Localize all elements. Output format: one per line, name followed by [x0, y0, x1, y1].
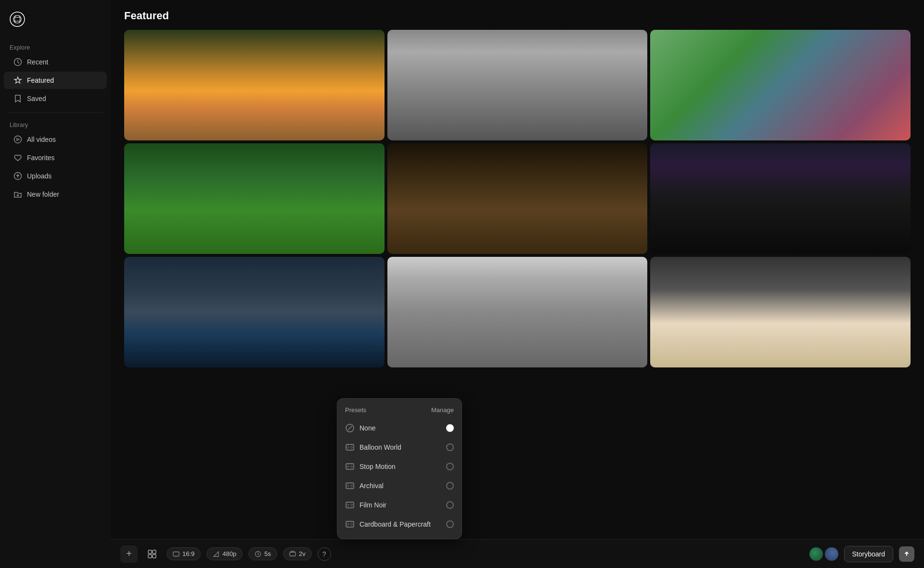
help-button[interactable]: ? [318, 547, 331, 561]
sidebar-divider [8, 113, 103, 113]
bottom-toolbar: Presets Manage None Balloon World [111, 539, 924, 568]
sidebar-item-featured[interactable]: Featured [4, 72, 107, 89]
preset-balloon-world[interactable]: Balloon World [337, 438, 462, 457]
play-circle-icon [13, 135, 22, 144]
storyboard-button[interactable]: Storyboard [844, 546, 893, 562]
preset-stop-motion[interactable]: Stop Motion [337, 457, 462, 476]
svg-rect-18 [291, 551, 295, 552]
library-section-label: Library [0, 118, 111, 130]
new-folder-icon [13, 190, 22, 199]
add-button[interactable]: + [120, 545, 138, 563]
grid-item-elephant[interactable] [387, 257, 648, 367]
video-grid [111, 30, 924, 539]
avatar-group [809, 547, 838, 561]
versions-icon [289, 551, 296, 557]
dropdown-header: Presets Manage [337, 404, 462, 418]
film-noir-radio [446, 501, 454, 509]
bookmark-icon [13, 94, 22, 103]
preset-icon-3 [345, 481, 355, 491]
clock-icon [13, 58, 22, 66]
presets-dropdown: Presets Manage None Balloon World [337, 398, 462, 539]
star-icon [13, 76, 22, 85]
preset-archival[interactable]: Archival [337, 476, 462, 495]
archival-radio [446, 482, 454, 490]
balloon-world-radio [446, 443, 454, 451]
preset-film-noir[interactable]: Film Noir [337, 495, 462, 515]
sidebar: Explore Recent Featured Saved Library Al… [0, 0, 111, 568]
sidebar-item-saved[interactable]: Saved [4, 90, 107, 107]
upload-button[interactable] [899, 546, 914, 562]
sidebar-item-new-folder[interactable]: New folder [4, 186, 107, 203]
none-radio [446, 424, 454, 432]
preset-icon [345, 442, 355, 452]
grid-item-ladybug[interactable] [124, 143, 385, 254]
version-pill[interactable]: 2v [283, 547, 312, 560]
sidebar-item-all-videos[interactable]: All videos [4, 131, 107, 148]
grid-item-seoul[interactable] [650, 143, 911, 254]
grid-item-ship[interactable] [124, 257, 385, 367]
main-content: Featured Presets Manage None [111, 0, 924, 568]
grid-item-trees[interactable] [124, 30, 385, 140]
avatar-1 [809, 547, 823, 561]
stop-motion-radio [446, 463, 454, 470]
app-logo [0, 8, 111, 40]
cardboard-radio [446, 520, 454, 528]
preset-icon-4 [345, 500, 355, 510]
svg-point-2 [14, 136, 22, 143]
svg-point-0 [10, 12, 25, 26]
presets-label: Presets [345, 406, 366, 414]
grid-item-writer[interactable] [387, 143, 648, 254]
resolution-icon [213, 551, 219, 557]
preset-icon-2 [345, 462, 355, 471]
upload-arrow-icon [903, 551, 910, 557]
grid-item-monkey[interactable] [387, 30, 648, 140]
sidebar-item-uploads[interactable]: Uploads [4, 167, 107, 185]
preset-cardboard-papercraft[interactable]: Cardboard & Papercraft [337, 515, 462, 534]
preset-icon-5 [345, 519, 355, 529]
storyboard-icon-button[interactable] [143, 545, 161, 563]
aspect-ratio-icon [173, 551, 180, 557]
svg-marker-15 [214, 552, 218, 556]
manage-button[interactable]: Manage [431, 406, 454, 414]
svg-rect-10 [148, 550, 152, 554]
grid-item-bird[interactable] [650, 30, 911, 140]
clock-icon-toolbar [255, 551, 261, 557]
grid-view-icon [148, 550, 156, 558]
grid-item-architecture[interactable] [650, 257, 911, 367]
page-title: Featured [111, 0, 924, 30]
aspect-ratio-pill[interactable]: 16:9 [167, 547, 201, 560]
preset-none[interactable]: None [337, 418, 462, 438]
svg-rect-13 [153, 555, 156, 558]
svg-rect-12 [148, 555, 152, 558]
uploads-icon [13, 172, 22, 180]
sidebar-item-recent[interactable]: Recent [4, 53, 107, 71]
duration-pill[interactable]: 5s [248, 547, 277, 560]
svg-rect-14 [173, 552, 179, 556]
resolution-pill[interactable]: 480p [206, 547, 243, 560]
heart-icon [13, 153, 22, 162]
none-icon [345, 423, 355, 433]
explore-section-label: Explore [0, 40, 111, 53]
sidebar-item-favorites[interactable]: Favorites [4, 149, 107, 166]
svg-rect-17 [290, 552, 295, 556]
svg-rect-11 [153, 550, 156, 554]
avatar-2 [825, 547, 838, 561]
